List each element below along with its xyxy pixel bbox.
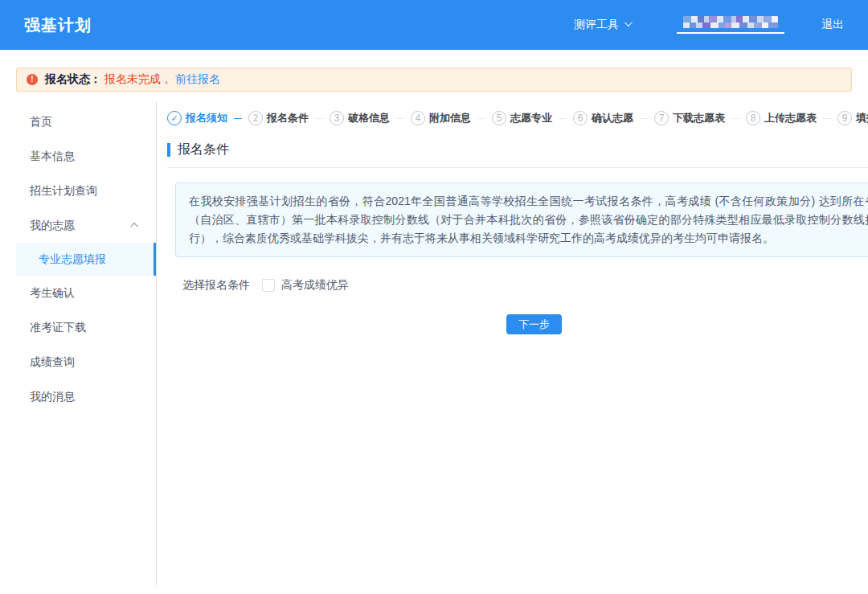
- tools-dropdown-label: 测评工具: [574, 18, 619, 32]
- step-number: 6: [573, 111, 588, 125]
- step-8-upload-form: 8 上传志愿表: [746, 111, 817, 125]
- go-register-link[interactable]: 前往报名: [175, 72, 220, 87]
- gaokao-excellent-label[interactable]: 高考成绩优异: [281, 278, 349, 293]
- step-connector: [396, 118, 404, 119]
- step-label: 破格信息: [348, 111, 390, 125]
- user-name-redacted: [683, 16, 778, 28]
- warning-icon: !: [27, 74, 38, 85]
- condition-select-row: 选择报名条件 高考成绩优异: [182, 278, 868, 293]
- step-label: 报名条件: [267, 111, 309, 125]
- gaokao-excellent-checkbox[interactable]: [262, 279, 275, 292]
- chevron-down-icon: [624, 18, 633, 27]
- content-panel: ✓ 报名须知 2 报名条件 3 破格信息 4 附加信息 5 志愿专业: [157, 101, 868, 585]
- step-check-icon: ✓: [167, 111, 182, 125]
- step-connector: [823, 118, 831, 119]
- title-accent-bar: [167, 143, 170, 157]
- sidebar-item-label: 首页: [30, 115, 52, 129]
- step-connector: [477, 118, 485, 119]
- steps-indicator: ✓ 报名须知 2 报名条件 3 破格信息 4 附加信息 5 志愿专业: [167, 111, 868, 125]
- step-number: 3: [330, 111, 344, 125]
- title-divider: [167, 167, 868, 168]
- sidebar-item-label: 成绩查询: [30, 355, 75, 370]
- next-step-button[interactable]: 下一步: [506, 314, 562, 334]
- page-title: 报名条件: [178, 141, 229, 158]
- app-header: 强基计划 测评工具 退出: [0, 0, 868, 50]
- user-menu[interactable]: [677, 16, 784, 34]
- step-connector: [640, 118, 648, 119]
- sidebar-item-admission-plan[interactable]: 招生计划查询: [16, 174, 156, 208]
- sidebar-item-my-preferences[interactable]: 我的志愿: [16, 208, 156, 243]
- sidebar-item-label: 我的志愿: [30, 219, 75, 233]
- step-number: 4: [411, 111, 425, 125]
- sidebar-item-label: 准考证下载: [30, 321, 86, 335]
- step-number: 9: [837, 111, 852, 125]
- step-number: 5: [492, 111, 506, 125]
- chevron-up-icon: [130, 223, 138, 231]
- step-number: 8: [746, 111, 760, 125]
- step-connector: [315, 118, 323, 119]
- sidebar-item-ticket-download[interactable]: 准考证下载: [16, 310, 156, 345]
- button-row: 下一步: [167, 314, 868, 334]
- sidebar-item-label: 专业志愿填报: [39, 252, 106, 267]
- step-label: 填报完成: [856, 111, 868, 125]
- step-label: 报名须知: [186, 111, 227, 125]
- eligibility-notice: 在我校安排强基计划招生的省份，符合2021年全国普通高等学校招生全国统一考试报名…: [175, 182, 868, 257]
- sidebar-item-my-messages[interactable]: 我的消息: [16, 379, 156, 414]
- user-underline: [677, 32, 784, 34]
- main-layout: 首页 基本信息 招生计划查询 我的志愿 专业志愿填报 考生确认 准考证下载 成绩…: [16, 101, 852, 585]
- step-4-additional-info: 4 附加信息: [411, 111, 471, 125]
- sidebar-item-basic-info[interactable]: 基本信息: [16, 139, 156, 174]
- step-label: 上传志愿表: [764, 111, 817, 125]
- step-2-conditions: 2 报名条件: [248, 111, 309, 125]
- step-connector: [731, 118, 739, 119]
- step-5-preference-major: 5 志愿专业: [492, 111, 552, 125]
- sidebar-item-label: 招生计划查询: [30, 184, 97, 199]
- sidebar-item-candidate-confirm[interactable]: 考生确认: [16, 276, 156, 310]
- step-connector: [559, 118, 567, 119]
- step-1-notice: ✓ 报名须知: [167, 111, 227, 125]
- logout-button[interactable]: 退出: [821, 18, 844, 32]
- step-9-complete: 9 填报完成: [837, 111, 868, 125]
- step-7-download-form: 7 下载志愿表: [654, 111, 725, 125]
- app-title: 强基计划: [24, 14, 92, 36]
- condition-select-label: 选择报名条件: [182, 278, 250, 293]
- step-label: 附加信息: [429, 111, 471, 125]
- step-label: 确认志愿: [592, 111, 633, 125]
- sidebar-item-score-query[interactable]: 成绩查询: [16, 345, 156, 379]
- header-right-group: 测评工具 退出: [574, 16, 844, 34]
- step-3-exception-info: 3 破格信息: [330, 111, 390, 125]
- sidebar-item-label: 我的消息: [30, 390, 75, 404]
- alert-label: 报名状态：: [45, 72, 101, 87]
- sidebar-item-label: 基本信息: [30, 150, 75, 164]
- sidebar-item-major-preference-filling[interactable]: 专业志愿填报: [16, 243, 156, 276]
- step-number: 7: [654, 111, 669, 125]
- step-number: 2: [248, 111, 263, 125]
- section-title: 报名条件: [167, 141, 868, 158]
- step-label: 志愿专业: [510, 111, 552, 125]
- sidebar-nav: 首页 基本信息 招生计划查询 我的志愿 专业志愿填报 考生确认 准考证下载 成绩…: [16, 101, 157, 585]
- registration-status-alert: ! 报名状态： 报名未完成， 前往报名: [16, 68, 852, 92]
- step-6-confirm-preference: 6 确认志愿: [573, 111, 633, 125]
- tools-dropdown[interactable]: 测评工具: [574, 18, 630, 32]
- step-connector: [234, 118, 242, 119]
- alert-status-text: 报名未完成，: [104, 72, 172, 87]
- sidebar-item-label: 考生确认: [30, 286, 75, 301]
- step-label: 下载志愿表: [673, 111, 725, 125]
- sidebar-item-home[interactable]: 首页: [16, 104, 156, 139]
